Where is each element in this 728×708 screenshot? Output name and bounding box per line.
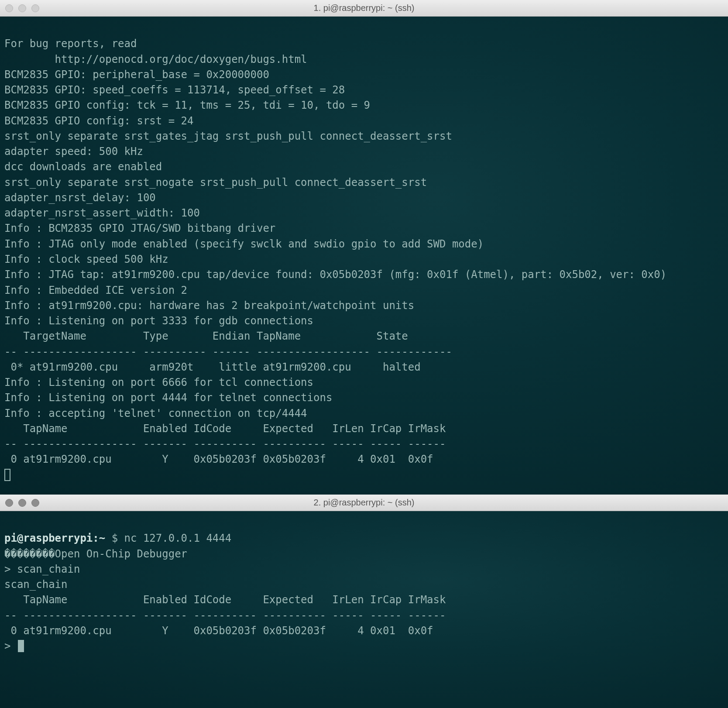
output-line: scan_chain <box>4 578 68 591</box>
output-line: Info : JTAG only mode enabled (specify s… <box>4 238 484 250</box>
output-line: Info : Listening on port 4444 for telnet… <box>4 392 332 404</box>
prompt-path: ~ <box>99 532 105 544</box>
terminal-window-1: 1. pi@raspberrypi: ~ (ssh) For bug repor… <box>0 0 728 495</box>
output-line: srst_only separate srst_nogate srst_push… <box>4 176 427 189</box>
window-title: 1. pi@raspberrypi: ~ (ssh) <box>0 2 728 14</box>
prompt-dollar: $ <box>112 532 118 544</box>
output-line: BCM2835 GPIO: peripheral_base = 0x200000… <box>4 69 269 81</box>
telnet-prompt: > <box>4 563 10 575</box>
output-line: TapName Enabled IdCode Expected IrLen Ir… <box>4 423 446 435</box>
output-line: 0* at91rm9200.cpu arm920t little at91rm9… <box>4 361 421 373</box>
minimize-icon[interactable] <box>18 4 26 12</box>
output-line: adapter_nsrst_delay: 100 <box>4 192 156 204</box>
titlebar[interactable]: 2. pi@raspberrypi: ~ (ssh) <box>0 495 728 511</box>
output-line: BCM2835 GPIO config: srst = 24 <box>4 115 193 127</box>
telnet-prompt: > <box>4 640 10 652</box>
output-line: BCM2835 GPIO: speed_coeffs = 113714, spe… <box>4 84 345 96</box>
close-icon[interactable] <box>5 499 13 507</box>
prompt-host: pi@raspberrypi <box>4 532 93 544</box>
titlebar[interactable]: 1. pi@raspberrypi: ~ (ssh) <box>0 0 728 17</box>
traffic-lights <box>5 4 39 12</box>
output-line: dcc downloads are enabled <box>4 161 162 173</box>
prompt-sep: : <box>93 532 99 544</box>
output-line: Info : Listening on port 3333 for gdb co… <box>4 315 313 327</box>
output-line: adapter_nsrst_assert_width: 100 <box>4 207 200 219</box>
cursor-icon <box>18 640 24 652</box>
terminal-output[interactable]: For bug reports, read http://openocd.org… <box>0 17 728 485</box>
output-line: adapter speed: 500 kHz <box>4 145 143 158</box>
output-line: Info : accepting 'telnet' connection on … <box>4 407 307 419</box>
minimize-icon[interactable] <box>18 499 26 507</box>
output-line: Info : Listening on port 6666 for tcl co… <box>4 376 313 388</box>
output-line: For bug reports, read <box>4 38 137 50</box>
output-line: TapName Enabled IdCode Expected IrLen Ir… <box>4 594 446 606</box>
terminal-window-2: 2. pi@raspberrypi: ~ (ssh) pi@raspberryp… <box>0 495 728 708</box>
command-text: nc 127.0.0.1 4444 <box>124 532 232 544</box>
output-line: Info : Embedded ICE version 2 <box>4 284 187 296</box>
zoom-icon[interactable] <box>31 4 39 12</box>
output-line: BCM2835 GPIO config: tck = 11, tms = 25,… <box>4 99 370 111</box>
output-line: http://openocd.org/doc/doxygen/bugs.html <box>4 53 307 65</box>
output-line: -- ------------------ ---------- ------ … <box>4 346 452 358</box>
output-line: Info : BCM2835 GPIO JTAG/SWD bitbang dri… <box>4 222 275 234</box>
output-line: -- ------------------ ------- ----------… <box>4 609 446 622</box>
output-line: 0 at91rm9200.cpu Y 0x05b0203f 0x05b0203f… <box>4 625 433 637</box>
cursor-icon <box>4 469 10 481</box>
output-line: Info : clock speed 500 kHz <box>4 253 168 265</box>
output-line: Info : at91rm9200.cpu: hardware has 2 br… <box>4 299 414 312</box>
command-text: scan_chain <box>17 563 80 575</box>
traffic-lights <box>5 499 39 507</box>
output-line: Info : JTAG tap: at91rm9200.cpu tap/devi… <box>4 268 666 281</box>
output-line: 0 at91rm9200.cpu Y 0x05b0203f 0x05b0203f… <box>4 453 433 465</box>
banner-line: ��������Open On-Chip Debugger <box>4 548 187 560</box>
output-line: -- ------------------ ------- ----------… <box>4 438 446 450</box>
output-line: srst_only separate srst_gates_jtag srst_… <box>4 130 452 142</box>
window-title: 2. pi@raspberrypi: ~ (ssh) <box>0 496 728 509</box>
zoom-icon[interactable] <box>31 499 39 507</box>
terminal-output[interactable]: pi@raspberrypi:~ $ nc 127.0.0.1 4444 ���… <box>0 511 728 656</box>
output-line: TargetName Type Endian TapName State <box>4 330 452 342</box>
close-icon[interactable] <box>5 4 13 12</box>
